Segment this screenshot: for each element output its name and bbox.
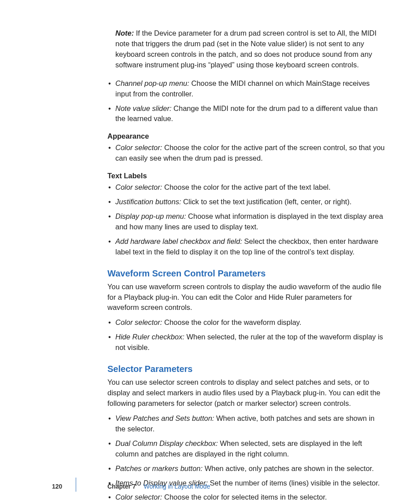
- list-item: Justification buttons: Click to set the …: [107, 197, 385, 207]
- list-item: Color selector: Choose the color for the…: [107, 317, 385, 328]
- text-labels-bullet-list: Color selector: Choose the color for the…: [107, 182, 385, 258]
- selector-heading: Selector Parameters: [107, 363, 385, 375]
- list-item: Color selector: Choose the color for sel…: [107, 492, 385, 503]
- chapter-reference: Chapter 7 Working in Layout Mode: [107, 483, 210, 490]
- chapter-title: Working in Layout Mode: [144, 483, 210, 490]
- desc: Choose the color for the waveform displa…: [162, 318, 301, 326]
- document-page: Note: If the Device parameter for a drum…: [0, 0, 420, 504]
- desc: Choose the color for the active part of …: [162, 183, 330, 191]
- list-item: Color selector: Choose the color for the…: [107, 182, 385, 193]
- list-item: Channel pop-up menu: Choose the MIDI cha…: [107, 78, 385, 99]
- term: Dual Column Display checkbox:: [115, 439, 218, 447]
- term: Patches or markers button:: [115, 464, 203, 472]
- waveform-heading: Waveform Screen Control Parameters: [107, 267, 385, 280]
- chapter-label: Chapter 7: [107, 483, 136, 490]
- waveform-intro: You can use waveform screen controls to …: [107, 282, 385, 313]
- list-item: Dual Column Display checkbox: When selec…: [107, 438, 385, 460]
- list-item: Display pop-up menu: Choose what informa…: [107, 211, 385, 232]
- term: Note value slider:: [115, 104, 171, 112]
- term: Display pop-up menu:: [115, 212, 186, 220]
- waveform-bullet-list: Color selector: Choose the color for the…: [107, 317, 385, 353]
- body-content: Note: If the Device parameter for a drum…: [107, 28, 385, 503]
- selector-intro: You can use selector screen controls to …: [107, 377, 385, 409]
- term: Justification buttons:: [115, 198, 181, 206]
- list-item: View Patches and Sets button: When activ…: [107, 413, 385, 434]
- appearance-heading: Appearance: [107, 131, 385, 142]
- desc: Set the number of items (lines) visible …: [208, 479, 380, 487]
- term: Color selector:: [115, 493, 162, 501]
- term: Hide Ruler checkbox:: [115, 333, 184, 341]
- footer-accent-rule: [76, 478, 76, 492]
- term: Color selector:: [115, 183, 162, 191]
- desc: Click to set the text justification (lef…: [181, 198, 352, 206]
- list-item: Note value slider: Change the MIDI note …: [107, 103, 385, 125]
- list-item: Add hardware label checkbox and field: S…: [107, 236, 385, 258]
- list-item: Patches or markers button: When active, …: [107, 464, 385, 474]
- page-number: 120: [52, 483, 62, 490]
- term: View Patches and Sets button:: [115, 414, 214, 422]
- list-item: Color selector: Choose the color for the…: [107, 143, 385, 164]
- appearance-bullet-list: Color selector: Choose the color for the…: [107, 143, 385, 164]
- note-paragraph: Note: If the Device parameter for a drum…: [115, 28, 385, 70]
- term: Channel pop-up menu:: [115, 79, 189, 87]
- desc: Choose the color for selected items in t…: [162, 493, 327, 501]
- top-bullet-list: Channel pop-up menu: Choose the MIDI cha…: [107, 78, 385, 125]
- term: Color selector:: [115, 318, 162, 326]
- desc: When active, only patches are shown in t…: [203, 464, 374, 472]
- note-text: If the Device parameter for a drum pad s…: [115, 29, 376, 69]
- list-item: Hide Ruler checkbox: When selected, the …: [107, 332, 385, 353]
- term: Color selector:: [115, 143, 162, 151]
- term: Add hardware label checkbox and field:: [115, 237, 242, 245]
- note-label: Note:: [115, 29, 134, 37]
- text-labels-heading: Text Labels: [107, 171, 385, 181]
